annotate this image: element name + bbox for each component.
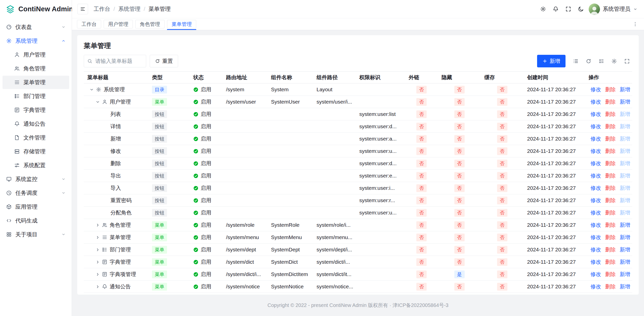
modify-link[interactable]: 修改 bbox=[590, 123, 601, 129]
breadcrumb-separator: / bbox=[144, 6, 145, 12]
table-fullscreen-button[interactable] bbox=[622, 56, 632, 66]
modify-link[interactable]: 修改 bbox=[590, 160, 601, 166]
delete-link[interactable]: 删除 bbox=[605, 222, 616, 228]
table-refresh-button[interactable] bbox=[583, 56, 594, 66]
settings-button[interactable] bbox=[538, 4, 548, 14]
tab-menu[interactable]: 菜单管理 bbox=[167, 20, 196, 28]
add-button[interactable]: 新增 bbox=[537, 55, 566, 67]
row-expand-toggle[interactable] bbox=[95, 284, 100, 289]
fullscreen-button[interactable] bbox=[563, 4, 574, 14]
delete-link[interactable]: 删除 bbox=[605, 185, 616, 191]
delete-link[interactable]: 删除 bbox=[605, 210, 616, 215]
bool-badge: 否 bbox=[416, 160, 427, 167]
cell-cache: 否 bbox=[481, 219, 524, 231]
modify-link[interactable]: 修改 bbox=[590, 111, 601, 117]
tab-role[interactable]: 角色管理 bbox=[135, 20, 165, 28]
modify-link[interactable]: 修改 bbox=[590, 271, 601, 277]
delete-link[interactable]: 删除 bbox=[605, 136, 616, 142]
modify-link[interactable]: 修改 bbox=[590, 173, 601, 178]
row-expand-toggle[interactable] bbox=[95, 223, 100, 228]
modify-link[interactable]: 修改 bbox=[590, 222, 601, 228]
delete-link[interactable]: 删除 bbox=[605, 123, 616, 129]
sidebar-item-about[interactable]: 关于项目 bbox=[3, 228, 69, 241]
row-expand-toggle[interactable] bbox=[89, 87, 94, 92]
sidebar-item-schedule[interactable]: 任务调度 bbox=[3, 186, 69, 200]
modify-link[interactable]: 修改 bbox=[590, 99, 601, 105]
sidebar-item-app[interactable]: 应用管理 bbox=[3, 200, 69, 213]
stripe-toggle-button[interactable] bbox=[571, 56, 581, 66]
modify-link[interactable]: 修改 bbox=[590, 148, 601, 154]
row-expand-toggle[interactable] bbox=[95, 272, 100, 277]
modify-link[interactable]: 修改 bbox=[590, 210, 601, 215]
modify-link[interactable]: 修改 bbox=[590, 136, 601, 142]
sidebar-item-dict[interactable]: 字典管理 bbox=[3, 103, 69, 117]
add-link[interactable]: 新增 bbox=[620, 247, 630, 252]
delete-link[interactable]: 删除 bbox=[605, 284, 616, 289]
delete-link[interactable]: 删除 bbox=[605, 271, 616, 277]
modify-link[interactable]: 修改 bbox=[590, 185, 601, 191]
delete-link[interactable]: 删除 bbox=[605, 259, 616, 265]
add-link[interactable]: 新增 bbox=[620, 284, 630, 289]
delete-link[interactable]: 删除 bbox=[605, 173, 616, 178]
sidebar-item-storage[interactable]: 存储管理 bbox=[3, 145, 69, 158]
add-link[interactable]: 新增 bbox=[620, 86, 630, 92]
sidebar-item-config[interactable]: 系统配置 bbox=[3, 159, 69, 172]
check-circle-icon bbox=[193, 112, 198, 117]
add-link[interactable]: 新增 bbox=[620, 222, 630, 228]
modify-link[interactable]: 修改 bbox=[590, 86, 601, 92]
delete-link[interactable]: 删除 bbox=[605, 197, 616, 203]
breadcrumb-item[interactable]: 菜单管理 bbox=[148, 5, 171, 13]
breadcrumb-item[interactable]: 系统管理 bbox=[118, 5, 140, 13]
collapse-sidebar-button[interactable] bbox=[77, 4, 88, 14]
modify-link[interactable]: 修改 bbox=[590, 259, 601, 265]
delete-link[interactable]: 删除 bbox=[605, 111, 616, 117]
plus-icon bbox=[542, 59, 547, 64]
sidebar-item-file[interactable]: 文件管理 bbox=[3, 131, 69, 144]
row-density-button[interactable] bbox=[596, 56, 607, 66]
column-settings-button[interactable] bbox=[609, 56, 619, 66]
add-link[interactable]: 新增 bbox=[620, 99, 630, 105]
user-menu[interactable]: 系统管理员 bbox=[589, 4, 637, 15]
add-link[interactable]: 新增 bbox=[620, 259, 630, 265]
modify-link[interactable]: 修改 bbox=[590, 284, 601, 289]
sidebar-item-codegen[interactable]: 代码生成 bbox=[3, 214, 69, 227]
sidebar-item-dept[interactable]: 部门管理 bbox=[3, 89, 69, 103]
sidebar-item-system[interactable]: 系统管理 bbox=[3, 34, 69, 48]
dark-mode-button[interactable] bbox=[576, 4, 586, 14]
cell-type: 按钮 bbox=[148, 108, 190, 120]
modify-link[interactable]: 修改 bbox=[590, 247, 601, 252]
tabs-more-button[interactable] bbox=[630, 19, 640, 29]
delete-link[interactable]: 删除 bbox=[605, 234, 616, 240]
cell-actions: 修改删除新增 bbox=[585, 170, 632, 182]
sidebar-item-notice[interactable]: 通知公告 bbox=[3, 117, 69, 130]
row-expand-toggle[interactable] bbox=[95, 260, 100, 264]
tab-user[interactable]: 用户管理 bbox=[104, 20, 133, 28]
delete-link[interactable]: 删除 bbox=[605, 86, 616, 92]
gear-icon bbox=[611, 58, 617, 64]
delete-link[interactable]: 删除 bbox=[605, 99, 616, 105]
delete-link[interactable]: 删除 bbox=[605, 148, 616, 154]
chevron-right-icon bbox=[95, 223, 100, 228]
sidebar-item-monitor[interactable]: 系统监控 bbox=[3, 172, 69, 186]
modify-link[interactable]: 修改 bbox=[590, 197, 601, 203]
search-input[interactable] bbox=[84, 55, 146, 67]
delete-link[interactable]: 删除 bbox=[605, 247, 616, 252]
search-icon bbox=[87, 58, 93, 64]
row-expand-toggle[interactable] bbox=[95, 100, 100, 104]
modify-link[interactable]: 修改 bbox=[590, 234, 601, 240]
row-expand-toggle[interactable] bbox=[95, 247, 100, 252]
row-expand-toggle[interactable] bbox=[95, 235, 100, 240]
notification-button[interactable] bbox=[550, 4, 561, 14]
add-link[interactable]: 新增 bbox=[620, 271, 630, 277]
delete-link[interactable]: 删除 bbox=[605, 160, 616, 166]
add-link[interactable]: 新增 bbox=[620, 234, 630, 240]
bool-badge: 否 bbox=[454, 135, 465, 143]
sidebar-item-dashboard[interactable]: 仪表盘 bbox=[3, 20, 69, 34]
tab-workbench[interactable]: 工作台 bbox=[77, 20, 101, 28]
breadcrumb-item[interactable]: 工作台 bbox=[94, 5, 110, 13]
avatar-person-icon bbox=[589, 4, 600, 15]
sidebar-item-user[interactable]: 用户管理 bbox=[3, 48, 69, 61]
reset-button[interactable]: 重置 bbox=[150, 55, 178, 67]
sidebar-item-role[interactable]: 角色管理 bbox=[3, 62, 69, 75]
sidebar-item-menu[interactable]: 菜单管理 bbox=[3, 76, 69, 89]
